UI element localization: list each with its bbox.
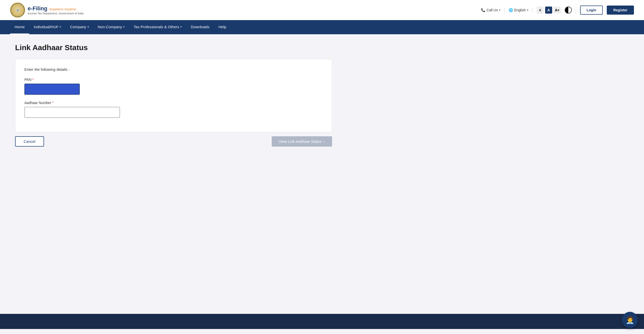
main-navigation: Home Individual/HUF ▾ Company ▾ Non-Comp…	[0, 20, 644, 34]
call-us-label: Call Us	[487, 8, 498, 12]
font-small-button[interactable]: A	[537, 7, 544, 14]
nav-home-label: Home	[15, 25, 25, 29]
cancel-button[interactable]: Cancel	[15, 136, 44, 147]
efiling-tagline: Anywhere Anytime	[49, 7, 76, 11]
pan-required-star: *	[32, 78, 34, 82]
language-selector[interactable]: 🌐 English ▾	[509, 8, 528, 12]
header: 🏛️ e-Filing Anywhere Anytime Income Tax …	[0, 0, 644, 20]
footer	[0, 314, 644, 329]
actions-row: Cancel View Link Aadhaar Status ›	[15, 136, 332, 147]
nav-individual-chevron-icon: ▾	[60, 25, 61, 28]
divider-3	[576, 7, 576, 13]
logo-emblem-circle: 🏛️	[10, 3, 25, 18]
nav-item-individual-huf[interactable]: Individual/HUF ▾	[29, 20, 65, 34]
nav-item-company[interactable]: Company ▾	[65, 20, 93, 34]
pan-label: PAN *	[24, 78, 323, 82]
globe-icon: 🌐	[509, 8, 513, 12]
form-instruction: Enter the following details :	[24, 67, 323, 72]
nav-item-home[interactable]: Home	[10, 20, 29, 34]
view-link-aadhaar-status-button[interactable]: View Link Aadhaar Status ›	[272, 136, 332, 147]
nav-item-non-company[interactable]: Non-Company ▾	[93, 20, 129, 34]
aadhaar-label-text: Aadhaar Number	[24, 101, 51, 105]
aadhaar-required-star: *	[52, 101, 54, 105]
font-medium-button[interactable]: A	[545, 7, 552, 14]
register-button[interactable]: Register	[607, 6, 634, 15]
logo-text: e-Filing Anywhere Anytime Income Tax Dep…	[28, 5, 84, 15]
login-button[interactable]: Login	[580, 6, 603, 15]
nav-item-downloads[interactable]: Downloads	[186, 20, 214, 34]
language-chevron-icon: ▾	[527, 9, 528, 11]
nav-individual-label: Individual/HUF	[34, 25, 58, 29]
nav-item-help[interactable]: Help	[214, 20, 231, 34]
nav-tax-professionals-chevron-icon: ▾	[180, 25, 182, 28]
chat-avatar-icon: 🧑‍💼	[626, 316, 634, 324]
aadhaar-label: Aadhaar Number *	[24, 101, 323, 105]
nav-item-tax-professionals[interactable]: Tax Professionals & Others ▾	[129, 20, 186, 34]
government-emblem: 🏛️	[11, 4, 24, 17]
divider-1	[504, 7, 505, 13]
logo-subtitle: Income Tax Department, Government of Ind…	[28, 12, 84, 15]
form-card: Enter the following details : PAN * Aadh…	[15, 59, 332, 132]
logo-area: 🏛️ e-Filing Anywhere Anytime Income Tax …	[10, 3, 84, 18]
pan-input[interactable]	[24, 84, 80, 95]
aadhaar-input[interactable]	[24, 107, 120, 118]
call-us-chevron-icon: ▾	[499, 9, 500, 11]
call-us-link[interactable]: 📞 Call Us ▾	[481, 8, 500, 12]
divider-2	[532, 7, 533, 13]
aadhaar-form-group: Aadhaar Number *	[24, 101, 323, 118]
header-right: 📞 Call Us ▾ 🌐 English ▾ A A A+ Login Reg…	[481, 6, 634, 15]
nav-company-label: Company	[70, 25, 86, 29]
nav-non-company-label: Non-Company	[98, 25, 122, 29]
font-large-button[interactable]: A+	[554, 7, 561, 14]
pan-label-text: PAN	[24, 78, 31, 82]
language-label: English	[514, 8, 526, 12]
view-status-chevron-icon: ›	[324, 139, 325, 144]
nav-downloads-label: Downloads	[191, 25, 209, 29]
main-content: Link Aadhaar Status Enter the following …	[0, 34, 644, 314]
chat-support-button[interactable]: 🧑‍💼	[622, 312, 638, 328]
view-status-label: View Link Aadhaar Status	[279, 139, 322, 144]
pan-form-group: PAN *	[24, 78, 323, 95]
nav-non-company-chevron-icon: ▾	[123, 25, 125, 28]
page-title: Link Aadhaar Status	[15, 43, 629, 52]
efiling-main-text: e-Filing	[28, 5, 47, 12]
phone-icon: 📞	[481, 8, 485, 12]
nav-help-label: Help	[218, 25, 226, 29]
contrast-toggle-button[interactable]	[565, 7, 572, 14]
nav-company-chevron-icon: ▾	[88, 25, 89, 28]
font-controls: A A A+	[537, 7, 561, 14]
efiling-brand: e-Filing Anywhere Anytime	[28, 5, 84, 12]
nav-tax-professionals-label: Tax Professionals & Others	[134, 25, 179, 29]
